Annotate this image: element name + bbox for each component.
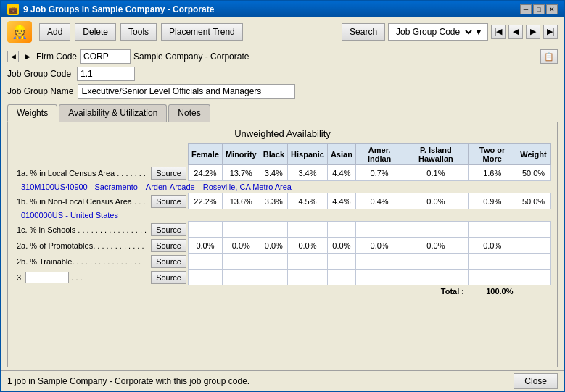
row-3-text-input[interactable] xyxy=(25,272,69,283)
row-2a-source-button[interactable]: Source xyxy=(151,239,186,252)
row-2b-p-island xyxy=(403,254,469,270)
close-window-button[interactable]: ✕ xyxy=(546,4,558,14)
total-label: Total : xyxy=(14,285,469,298)
row-2b-source-cell: Source xyxy=(149,254,188,270)
row-1a-weight: 50.0% xyxy=(516,165,550,181)
nav-last-button[interactable]: ▶| xyxy=(543,25,558,39)
nav-next-button[interactable]: ▶ xyxy=(526,25,540,39)
row-1b-amer-indian: 0.4% xyxy=(355,193,403,209)
row-2b-hispanic xyxy=(288,254,328,270)
firm-code-input[interactable] xyxy=(80,49,131,64)
firm-name: Sample Company - Corporate xyxy=(133,51,249,62)
table-row: 2a. % of Promotables. . . . . . . . . . … xyxy=(14,238,551,254)
row-3-amer-indian xyxy=(355,270,403,285)
header-p-island: P. Island Hawaiian xyxy=(403,144,469,165)
nav-prev-button[interactable]: ◀ xyxy=(508,25,523,39)
table-header-row: Female Minority Black Hispanic Asian Ame… xyxy=(14,144,551,165)
row-3-two-more xyxy=(469,270,516,285)
search-type-select[interactable]: Job Group Code Job Group Name xyxy=(393,26,474,38)
content-area: Unweighted Availability Female Minority … xyxy=(7,122,558,367)
row-2b-asian xyxy=(327,254,355,270)
app-icon: 💼 xyxy=(7,4,19,15)
header-minority: Minority xyxy=(222,144,260,165)
row-1c-female xyxy=(188,222,222,238)
job-group-name-input[interactable] xyxy=(78,84,295,99)
row-1c-label: 1c. % in Schools . . . . . . . . . . . .… xyxy=(14,222,149,238)
row-1b-black: 3.3% xyxy=(260,193,287,209)
title-bar: 💼 9 Job Groups in Sample Company - Corpo… xyxy=(1,1,564,17)
row-2b-source-button[interactable]: Source xyxy=(151,255,186,268)
table-row: 1a. % in Local Census Area . . . . . . .… xyxy=(14,165,551,181)
table-row: 3. . . . Source xyxy=(14,270,551,285)
row-2a-hispanic: 0.0% xyxy=(288,238,328,254)
minimize-button[interactable]: ─ xyxy=(520,4,532,14)
row-3-source-cell: Source xyxy=(149,270,188,285)
tab-availability[interactable]: Availability & Utilization xyxy=(59,104,167,122)
row-2a-p-island: 0.0% xyxy=(403,238,469,254)
row-1b-label: 1b. % in Non-Local Census Area . . . xyxy=(14,193,149,209)
row-1a-amer-indian: 0.7% xyxy=(355,165,403,181)
header-amer-indian: Amer. Indian xyxy=(355,144,403,165)
tab-notes[interactable]: Notes xyxy=(168,104,210,122)
row-3-p-island xyxy=(403,270,469,285)
header-female: Female xyxy=(188,144,222,165)
row-2a-minority: 0.0% xyxy=(222,238,260,254)
nav-first-button[interactable]: |◀ xyxy=(491,25,506,39)
row-1b-source-cell: Source xyxy=(149,193,188,209)
header-black: Black xyxy=(260,144,287,165)
table-row: 1c. % in Schools . . . . . . . . . . . .… xyxy=(14,222,551,238)
maximize-button[interactable]: □ xyxy=(533,4,545,14)
row-3-weight xyxy=(516,270,550,285)
placement-trend-button[interactable]: Placement Trend xyxy=(161,23,243,41)
firm-code-label: Firm Code xyxy=(36,51,77,62)
row-1a-label: 1a. % in Local Census Area . . . . . . . xyxy=(14,165,149,181)
row-1b-geo: 0100000US - United States xyxy=(14,209,551,222)
add-button[interactable]: Add xyxy=(39,23,70,41)
label-header xyxy=(14,144,149,165)
row-1c-p-island xyxy=(403,222,469,238)
search-button[interactable]: Search xyxy=(342,23,385,41)
row-1a-black: 3.4% xyxy=(260,165,287,181)
main-window: 💼 9 Job Groups in Sample Company - Corpo… xyxy=(0,0,565,392)
row-2a-female: 0.0% xyxy=(188,238,222,254)
copy-button[interactable]: 📋 xyxy=(540,49,558,64)
row-1c-minority xyxy=(222,222,260,238)
geo-link-1b[interactable]: 0100000US - United States xyxy=(21,211,118,220)
table-row: 1b. % in Non-Local Census Area . . . Sou… xyxy=(14,193,551,209)
row-1c-source-button[interactable]: Source xyxy=(151,223,186,236)
tab-weights[interactable]: Weights xyxy=(7,104,57,122)
total-spacer xyxy=(516,285,550,298)
row-3-label: 3. . . . xyxy=(14,270,149,285)
row-2b-female xyxy=(188,254,222,270)
row-2a-source-cell: Source xyxy=(149,238,188,254)
row-3-source-button[interactable]: Source xyxy=(151,271,186,284)
row-1b-two-more: 0.9% xyxy=(469,193,516,209)
job-group-name-row: Job Group Name xyxy=(7,84,558,99)
tools-button[interactable]: Tools xyxy=(120,23,157,41)
row-1a-hispanic: 3.4% xyxy=(288,165,328,181)
row-1b-hispanic: 4.5% xyxy=(288,193,328,209)
row-1a-source-button[interactable]: Source xyxy=(151,167,186,180)
row-1b-weight: 50.0% xyxy=(516,193,550,209)
delete-button[interactable]: Delete xyxy=(75,23,116,41)
row-3-female xyxy=(188,270,222,285)
row-1a-female: 24.2% xyxy=(188,165,222,181)
row-1a-p-island: 0.1% xyxy=(403,165,469,181)
geo-link-1a[interactable]: 310M100US40900 - Sacramento—Arden-Arcade… xyxy=(21,183,292,191)
job-group-code-row: Job Group Code xyxy=(7,67,558,81)
close-button[interactable]: Close xyxy=(514,373,558,389)
row-1b-female: 22.2% xyxy=(188,193,222,209)
search-dropdown[interactable]: Job Group Code Job Group Name ▼ xyxy=(388,23,488,41)
firm-nav-left[interactable]: ◀ xyxy=(7,51,19,62)
job-group-code-input[interactable] xyxy=(77,67,135,81)
row-1c-hispanic xyxy=(288,222,328,238)
toolbar-right: Search Job Group Code Job Group Name ▼ |… xyxy=(342,23,558,41)
row-1b-geo-text: 0100000US - United States xyxy=(14,209,551,222)
row-1a-two-more: 1.6% xyxy=(469,165,516,181)
job-group-name-label: Job Group Name xyxy=(7,86,73,96)
row-1b-source-button[interactable]: Source xyxy=(151,195,186,208)
row-2a-label: 2a. % of Promotables. . . . . . . . . . … xyxy=(14,238,149,254)
availability-table: Female Minority Black Hispanic Asian Ame… xyxy=(14,143,551,297)
firm-nav-right[interactable]: ▶ xyxy=(22,51,33,62)
total-value: 100.0% xyxy=(469,285,516,298)
